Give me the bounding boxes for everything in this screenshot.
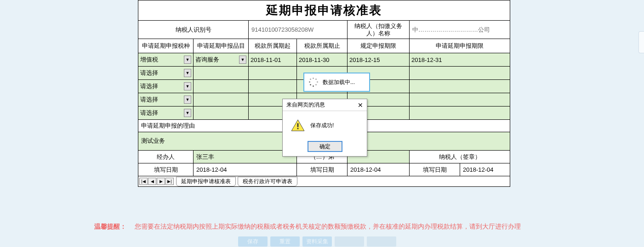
- ext-date-cell[interactable]: [410, 67, 510, 79]
- col-period-start: 税款所属期起: [249, 39, 297, 53]
- sheet-tabs: |◀ ◀ ▶ ▶| 延期申报申请核准表 税务行政许可申请表: [138, 176, 510, 186]
- handler-label: 经办人: [138, 151, 194, 163]
- warning-icon: [291, 119, 305, 131]
- handler-name[interactable]: 张三丰: [194, 151, 297, 163]
- action-button-4[interactable]: [335, 236, 364, 247]
- fill-date-1: 2018-12-04: [194, 163, 297, 176]
- alert-dialog: 来自网页的消息 ✕ 保存成功! 确定: [282, 99, 367, 157]
- fill-date-2: 2018-12-04: [348, 163, 410, 176]
- ext-date-cell[interactable]: 2018-12-31: [410, 53, 510, 66]
- svg-rect-1: [297, 123, 299, 127]
- ok-button[interactable]: 确定: [308, 141, 342, 152]
- tax-item-cell[interactable]: [194, 80, 249, 93]
- tip-text: 您需要在法定纳税期内按照上期实际缴纳的税额或者税务机关核定的数额预缴税款，并在核…: [135, 223, 521, 230]
- action-button-5[interactable]: [367, 236, 396, 247]
- taxpayer-seal-label: 纳税人（签章）: [410, 151, 510, 163]
- ext-date-cell[interactable]: [410, 107, 510, 119]
- due-date-cell[interactable]: 2018-12-15: [348, 53, 410, 66]
- tax-item-cell[interactable]: 咨询服务▼: [194, 53, 249, 66]
- nav-last-icon[interactable]: ▶|: [165, 178, 174, 185]
- columns-header: 申请延期申报税种 申请延期申报品目 税款所属期起 税款所属期止 规定申报期限 申…: [138, 39, 510, 53]
- fill-date-label-3: 填写日期: [410, 163, 460, 176]
- chevron-down-icon[interactable]: ▼: [184, 82, 191, 90]
- tab-approval-form[interactable]: 延期申报申请核准表: [176, 177, 236, 186]
- loading-text: 数据加载中...: [323, 79, 355, 86]
- col-ext-date: 申请延期申报期限: [410, 39, 510, 53]
- tax-item-cell[interactable]: [194, 93, 249, 106]
- tip-banner: 温馨提醒： 您需要在法定纳税期内按照上期实际缴纳的税额或者税务机关核定的数额预缴…: [94, 223, 554, 231]
- period-start-cell[interactable]: [249, 80, 297, 93]
- chevron-down-icon[interactable]: ▼: [184, 69, 191, 77]
- chevron-down-icon[interactable]: ▼: [184, 95, 191, 104]
- loading-toast: 数据加载中...: [303, 73, 370, 92]
- svg-rect-2: [297, 128, 299, 129]
- nav-prev-icon[interactable]: ◀: [148, 178, 156, 185]
- collect-button[interactable]: 资料采集: [302, 236, 332, 247]
- ext-date-cell[interactable]: [410, 80, 510, 93]
- fill-date-label-2: 填写日期: [297, 163, 348, 176]
- taxpayer-info-row: 纳税人识别号 91410100723058208W 纳税人（扣缴义务人）名称 中…: [138, 21, 510, 39]
- signature-row-2: 填写日期 2018-12-04 填写日期 2018-12-04 填写日期 201…: [138, 163, 510, 176]
- col-tax-type: 申请延期申报税种: [138, 39, 194, 53]
- chevron-down-icon[interactable]: ▼: [184, 56, 191, 64]
- tax-item-cell[interactable]: [194, 107, 249, 119]
- taxpayer-name-value: 中…………………………公司: [410, 21, 510, 39]
- tax-type-cell[interactable]: 增值税▼: [138, 53, 194, 66]
- ext-date-cell[interactable]: [410, 93, 510, 106]
- reset-button[interactable]: 重置: [270, 236, 300, 247]
- tax-type-cell[interactable]: 请选择▼: [138, 93, 194, 106]
- col-period-end: 税款所属期止: [297, 39, 348, 53]
- chevron-down-icon[interactable]: ▼: [239, 56, 246, 64]
- tax-item-cell[interactable]: [194, 67, 249, 79]
- spinner-icon: [309, 78, 318, 87]
- tax-type-cell[interactable]: 请选择▼: [138, 107, 194, 119]
- taxpayer-name-label: 纳税人（扣缴义务人）名称: [348, 21, 410, 39]
- dialog-message: 保存成功!: [310, 122, 334, 129]
- action-buttons: 保存 重置 资料采集: [238, 236, 396, 247]
- table-row: 增值税▼ 咨询服务▼ 2018-11-01 2018-11-30 2018-12…: [138, 53, 510, 67]
- period-start-cell[interactable]: [249, 67, 297, 79]
- nav-next-icon[interactable]: ▶: [157, 178, 165, 185]
- fill-date-label-1: 填写日期: [138, 163, 194, 176]
- fill-date-3: 2018-12-04: [460, 163, 510, 176]
- form-title: 延期申报申请核准表: [138, 0, 510, 21]
- period-start-cell[interactable]: 2018-11-01: [249, 53, 297, 66]
- col-due-date: 规定申报期限: [348, 39, 410, 53]
- close-icon[interactable]: ✕: [358, 101, 363, 109]
- col-tax-item: 申请延期申报品目: [194, 39, 249, 53]
- approval-form: 延期申报申请核准表 纳税人识别号 91410100723058208W 纳税人（…: [138, 0, 510, 187]
- tax-type-cell[interactable]: 请选择▼: [138, 80, 194, 93]
- taxpayer-id-value: 91410100723058208W: [249, 21, 348, 39]
- period-end-cell[interactable]: 2018-11-30: [297, 53, 348, 66]
- nav-first-icon[interactable]: |◀: [139, 178, 148, 185]
- taxpayer-id-label: 纳税人识别号: [138, 21, 249, 39]
- side-handle[interactable]: [638, 31, 644, 53]
- tip-label: 温馨提醒：: [94, 223, 126, 230]
- chevron-down-icon[interactable]: ▼: [184, 109, 191, 117]
- tab-permit-form[interactable]: 税务行政许可申请表: [238, 177, 297, 186]
- dialog-title-text: 来自网页的消息: [286, 101, 325, 109]
- save-button[interactable]: 保存: [238, 236, 268, 247]
- tax-type-cell[interactable]: 请选择▼: [138, 67, 194, 79]
